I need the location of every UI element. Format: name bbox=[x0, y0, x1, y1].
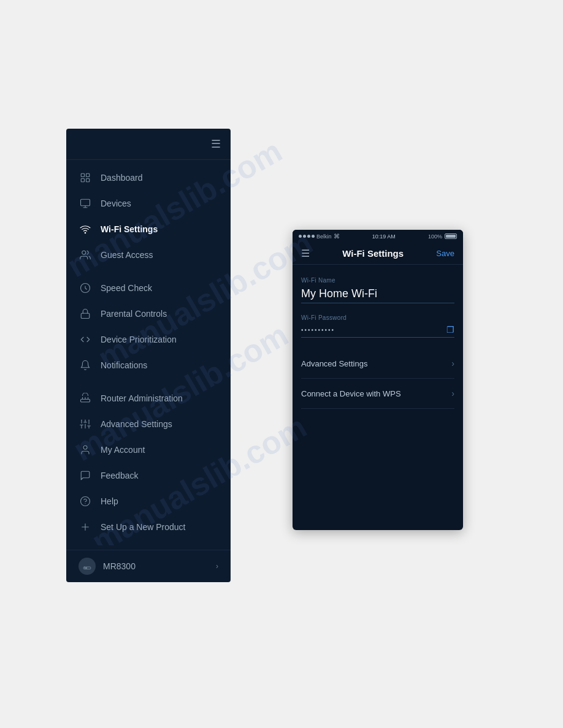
sidebar-item-label: Guest Access bbox=[101, 250, 153, 260]
advanced-settings-item[interactable]: Advanced Settings › bbox=[301, 349, 454, 379]
connect-wps-label: Connect a Device with WPS bbox=[301, 389, 401, 398]
sidebar-item-label: Set Up a New Product bbox=[101, 522, 186, 532]
svg-rect-2 bbox=[81, 179, 84, 182]
svg-rect-8 bbox=[81, 313, 90, 318]
status-wifi-icon: ⌘ bbox=[334, 233, 340, 240]
svg-point-5 bbox=[85, 232, 86, 233]
mobile-screen-title: Wi-Fi Settings bbox=[342, 248, 404, 259]
sidebar-item-feedback[interactable]: Feedback bbox=[66, 463, 231, 488]
router-device-icon bbox=[79, 558, 96, 575]
mobile-save-button[interactable]: Save bbox=[436, 249, 454, 258]
chevron-right-icon: › bbox=[451, 389, 454, 398]
help-icon bbox=[79, 495, 92, 508]
connect-wps-item[interactable]: Connect a Device with WPS › bbox=[301, 379, 454, 409]
status-left: Belkin ⌘ bbox=[299, 233, 340, 240]
svg-point-20 bbox=[81, 497, 90, 506]
svg-rect-3 bbox=[86, 179, 90, 182]
sidebar-item-devices[interactable]: Devices bbox=[66, 191, 231, 216]
sidebar-item-label: Device Prioritization bbox=[101, 335, 177, 344]
wifi-icon bbox=[79, 222, 92, 236]
speedometer-icon bbox=[79, 281, 92, 295]
wifi-name-label: Wi-Fi Name bbox=[301, 277, 454, 284]
password-visibility-icon[interactable]: ❐ bbox=[446, 325, 454, 335]
sidebar-item-my-account[interactable]: My Account bbox=[66, 437, 231, 463]
sliders-icon bbox=[79, 417, 92, 431]
battery-bar bbox=[445, 233, 457, 239]
battery-percent-label: 100% bbox=[428, 233, 442, 240]
signal-dots bbox=[299, 235, 315, 238]
sidebar-item-notifications[interactable]: Notifications bbox=[66, 352, 231, 378]
sidebar-item-label: Advanced Settings bbox=[101, 419, 172, 429]
sidebar-item-parental-controls[interactable]: Parental Controls bbox=[66, 301, 231, 327]
lock-icon bbox=[79, 307, 92, 320]
wifi-password-underline bbox=[301, 337, 454, 338]
sidebar-item-label: Dashboard bbox=[101, 173, 143, 183]
sidebar-item-advanced-settings[interactable]: Advanced Settings bbox=[66, 411, 231, 437]
sidebar-item-wifi-settings[interactable]: Wi-Fi Settings bbox=[66, 216, 231, 242]
wifi-password-field: Wi-Fi Password •••••••••• ❐ bbox=[301, 314, 454, 338]
sidebar-header: ☰ bbox=[66, 129, 231, 160]
device-label: MR8300 bbox=[103, 561, 136, 571]
sidebar-item-label: Wi-Fi Settings bbox=[101, 224, 158, 234]
wifi-name-field: Wi-Fi Name My Home Wi-Fi bbox=[301, 277, 454, 303]
users-icon bbox=[79, 248, 92, 262]
mobile-menu-icon[interactable]: ☰ bbox=[301, 248, 310, 259]
wifi-name-value[interactable]: My Home Wi-Fi bbox=[301, 287, 454, 300]
wifi-name-underline bbox=[301, 303, 454, 303]
svg-rect-4 bbox=[81, 199, 90, 206]
mobile-panel: Belkin ⌘ 10:19 AM 100% ☰ Wi-Fi Settings … bbox=[293, 230, 463, 530]
sidebar-item-speed-check[interactable]: Speed Check bbox=[66, 275, 231, 301]
sidebar-item-label: Parental Controls bbox=[101, 309, 167, 319]
mobile-status-bar: Belkin ⌘ 10:19 AM 100% bbox=[293, 230, 463, 243]
svg-point-25 bbox=[85, 567, 85, 568]
mobile-content: Wi-Fi Name My Home Wi-Fi Wi-Fi Password … bbox=[293, 265, 463, 421]
sidebar-item-help[interactable]: Help bbox=[66, 488, 231, 514]
carrier-label: Belkin bbox=[316, 233, 332, 240]
sidebar-nav: Dashboard Devices Wi-Fi Settings Guest A… bbox=[66, 160, 231, 545]
hamburger-icon[interactable]: ☰ bbox=[211, 137, 221, 151]
sidebar-item-label: My Account bbox=[101, 445, 145, 455]
mobile-list: Advanced Settings › Connect a Device wit… bbox=[301, 349, 454, 409]
status-time: 10:19 AM bbox=[372, 233, 396, 240]
svg-rect-9 bbox=[81, 400, 90, 403]
sidebar-item-router-administration[interactable]: Router Administration bbox=[66, 385, 231, 411]
svg-rect-1 bbox=[86, 173, 90, 176]
sidebar-item-dashboard[interactable]: Dashboard bbox=[66, 165, 231, 191]
password-row: •••••••••• ❐ bbox=[301, 325, 454, 335]
monitor-icon bbox=[79, 197, 92, 210]
bell-icon bbox=[79, 358, 92, 372]
sidebar-footer: MR8300 › bbox=[66, 550, 231, 582]
user-icon bbox=[79, 443, 92, 457]
status-right: 100% bbox=[428, 233, 457, 240]
device-item-mr8300[interactable]: MR8300 › bbox=[66, 550, 231, 582]
sidebar-item-label: Devices bbox=[101, 199, 131, 208]
router-icon bbox=[79, 392, 92, 405]
sidebar-item-device-prioritization[interactable]: Device Prioritization bbox=[66, 327, 231, 352]
mobile-app-header: ☰ Wi-Fi Settings Save bbox=[293, 243, 463, 265]
advanced-settings-label: Advanced Settings bbox=[301, 359, 367, 368]
wifi-password-label: Wi-Fi Password bbox=[301, 314, 454, 321]
chevron-right-icon: › bbox=[451, 358, 454, 368]
battery-fill bbox=[446, 235, 456, 238]
svg-rect-0 bbox=[81, 173, 84, 176]
svg-point-6 bbox=[82, 251, 86, 254]
plus-icon bbox=[79, 520, 92, 534]
grid-icon bbox=[79, 171, 92, 184]
svg-point-26 bbox=[86, 567, 86, 568]
sidebar-item-label: Speed Check bbox=[101, 283, 152, 293]
sidebar-item-setup-new-product[interactable]: Set Up a New Product bbox=[66, 514, 231, 540]
chat-icon bbox=[79, 469, 92, 482]
sidebar-item-label: Help bbox=[101, 496, 118, 506]
wifi-password-value[interactable]: •••••••••• bbox=[301, 327, 335, 333]
svg-point-19 bbox=[83, 446, 87, 449]
chevron-right-icon: › bbox=[216, 562, 218, 571]
arrows-icon bbox=[79, 333, 92, 346]
sidebar-item-label: Notifications bbox=[101, 360, 147, 370]
sidebar: ☰ Dashboard Devices Wi-Fi Settings bbox=[66, 129, 231, 582]
sidebar-item-label: Router Administration bbox=[101, 393, 183, 403]
sidebar-item-label: Feedback bbox=[101, 471, 138, 480]
sidebar-item-guest-access[interactable]: Guest Access bbox=[66, 242, 231, 268]
